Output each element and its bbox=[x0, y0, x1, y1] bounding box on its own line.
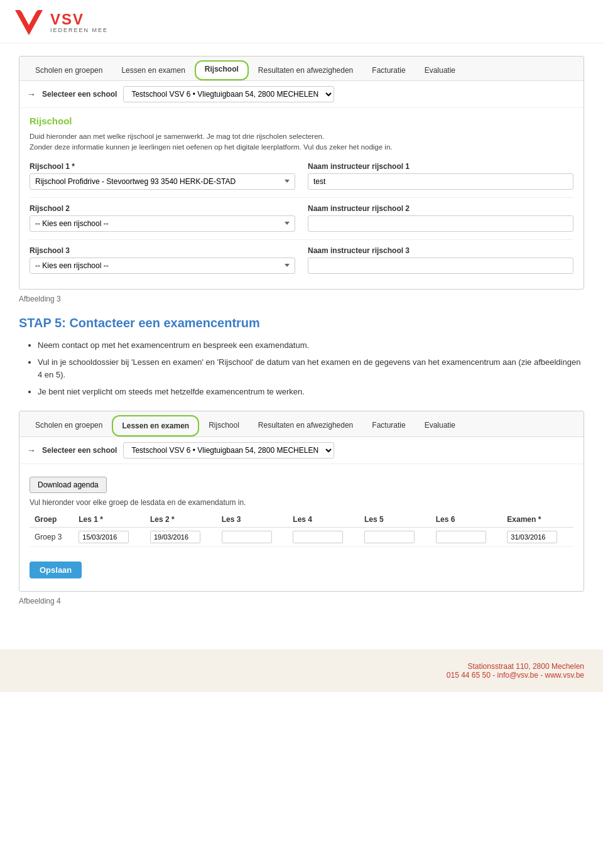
rijschool2-label: Rijschool 2 bbox=[30, 204, 295, 213]
footer-line2: 015 44 65 50 - info@vsv.be - www.vsv.be bbox=[19, 671, 584, 680]
tab2-rijschool[interactable]: Rijschool bbox=[199, 415, 249, 437]
step5-heading: STAP 5: Contacteer een examencentrum bbox=[19, 316, 584, 330]
logo-vsv: VSV bbox=[50, 11, 108, 28]
les6-input[interactable] bbox=[436, 531, 486, 543]
les1-input[interactable] bbox=[79, 531, 129, 543]
les5-input[interactable] bbox=[364, 531, 415, 543]
rijschool1-label: Rijschool 1 * bbox=[30, 162, 295, 171]
les2-input[interactable] bbox=[150, 531, 200, 543]
rijschool2-select[interactable]: -- Kies een rijschool -- bbox=[30, 215, 295, 232]
tab-scholen-groepen[interactable]: Scholen en groepen bbox=[26, 60, 112, 80]
instructor1-label: Naam instructeur rijschool 1 bbox=[308, 162, 573, 171]
footer: Stationsstraat 110, 2800 Mechelen 015 44… bbox=[0, 649, 603, 692]
rijschool2-col: Rijschool 2 -- Kies een rijschool -- bbox=[30, 204, 295, 232]
vsv-logo-icon bbox=[13, 8, 45, 38]
col-les3: Les 3 bbox=[217, 512, 288, 528]
logo-subtitle: IEDEREEN MEE bbox=[50, 28, 108, 34]
school-dropdown-2[interactable]: Testschool VSV 6 • Vliegtuigbaan 54, 280… bbox=[123, 442, 334, 458]
divider-1 bbox=[30, 197, 573, 198]
col-les4: Les 4 bbox=[288, 512, 359, 528]
tab-facturatie[interactable]: Facturatie bbox=[362, 60, 415, 80]
les-table: Groep Les 1 * Les 2 * Les 3 Les 4 Les 5 … bbox=[30, 512, 573, 547]
instructor3-label: Naam instructeur rijschool 3 bbox=[308, 246, 573, 255]
les3-input[interactable] bbox=[222, 531, 272, 543]
caption-2: Afbeelding 4 bbox=[19, 597, 584, 605]
nav-tabs-2: Scholen en groepen Lessen en examen Rijs… bbox=[19, 411, 584, 437]
svg-marker-2 bbox=[16, 11, 41, 34]
rijschool3-label: Rijschool 3 bbox=[30, 246, 295, 255]
cell-examen bbox=[502, 527, 573, 546]
bullet-3: Je bent niet verplicht om steeds met het… bbox=[38, 386, 584, 398]
col-examen: Examen * bbox=[502, 512, 573, 528]
tab2-scholen-groepen[interactable]: Scholen en groepen bbox=[26, 415, 112, 437]
col-les6: Les 6 bbox=[431, 512, 503, 528]
rijschool1-row: Rijschool 1 * Rijschool Profidrive - Ste… bbox=[30, 162, 573, 190]
school-dropdown-1[interactable]: Testschool VSV 6 • Vliegtuigbaan 54, 280… bbox=[123, 86, 334, 102]
col-les2: Les 2 * bbox=[145, 512, 217, 528]
select-school-row-2: → Selecteer een school Testschool VSV 6 … bbox=[19, 437, 584, 464]
main-content: Scholen en groepen Lessen en examen Rijs… bbox=[0, 43, 603, 631]
desc-line2: Zonder deze informatie kunnen je leerlin… bbox=[30, 143, 393, 151]
tab2-facturatie[interactable]: Facturatie bbox=[362, 415, 415, 437]
table-header-row: Groep Les 1 * Les 2 * Les 3 Les 4 Les 5 … bbox=[30, 512, 573, 528]
download-agenda-button[interactable]: Download agenda bbox=[30, 477, 107, 493]
form-area-2: Download agenda Vul hieronder voor elke … bbox=[19, 464, 584, 591]
footer-line1: Stationsstraat 110, 2800 Mechelen bbox=[19, 662, 584, 671]
rijschool-section-title: Rijschool bbox=[30, 116, 573, 126]
caption-1: Afbeelding 3 bbox=[19, 295, 584, 303]
bullet-2: Vul in je schooldossier bij 'Lessen en e… bbox=[38, 356, 584, 381]
tab-evaluatie[interactable]: Evaluatie bbox=[415, 60, 465, 80]
col-les1: Les 1 * bbox=[73, 512, 145, 528]
divider-2 bbox=[30, 239, 573, 240]
examen-input[interactable] bbox=[507, 531, 557, 543]
bullet-1: Neem contact op met het examencentrum en… bbox=[38, 339, 584, 352]
rijschool2-row: Rijschool 2 -- Kies een rijschool -- Naa… bbox=[30, 204, 573, 232]
select-school-label-1: Selecteer een school bbox=[42, 90, 117, 99]
table-body: Groep 3 bbox=[30, 527, 573, 546]
opslaan-button[interactable]: Opslaan bbox=[30, 561, 82, 578]
instructor2-label: Naam instructeur rijschool 2 bbox=[308, 204, 573, 213]
nav-tabs-1: Scholen en groepen Lessen en examen Rijs… bbox=[19, 57, 584, 81]
select-school-row-1: → Selecteer een school Testschool VSV 6 … bbox=[19, 81, 584, 108]
col-les5: Les 5 bbox=[359, 512, 431, 528]
select-school-label-2: Selecteer een school bbox=[42, 446, 117, 455]
instructor3-col: Naam instructeur rijschool 3 bbox=[308, 246, 573, 274]
rijschool3-row: Rijschool 3 -- Kies een rijschool -- Naa… bbox=[30, 246, 573, 274]
instructor2-col: Naam instructeur rijschool 2 bbox=[308, 204, 573, 232]
form-area-1: Rijschool Duid hieronder aan met welke r… bbox=[19, 108, 584, 289]
tab2-resultaten[interactable]: Resultaten en afwezigheden bbox=[249, 415, 362, 437]
cell-les2 bbox=[145, 527, 217, 546]
cell-les1 bbox=[73, 527, 145, 546]
screenshot-box-1: Scholen en groepen Lessen en examen Rijs… bbox=[19, 56, 584, 290]
screenshot-box-2: Scholen en groepen Lessen en examen Rijs… bbox=[19, 411, 584, 592]
tab2-lessen-examen[interactable]: Lessen en examen bbox=[112, 415, 199, 437]
instructor3-input[interactable] bbox=[308, 258, 573, 274]
cell-les5 bbox=[359, 527, 431, 546]
rijschool3-select[interactable]: -- Kies een rijschool -- bbox=[30, 258, 295, 274]
arrow-icon-2: → bbox=[27, 445, 36, 455]
rijschool1-col: Rijschool 1 * Rijschool Profidrive - Ste… bbox=[30, 162, 295, 190]
rijschool1-select[interactable]: Rijschool Profidrive - Stevoortweg 93 35… bbox=[30, 173, 295, 190]
instructor1-input[interactable] bbox=[308, 173, 573, 190]
rijschool3-col: Rijschool 3 -- Kies een rijschool -- bbox=[30, 246, 295, 274]
les4-input[interactable] bbox=[293, 531, 343, 543]
instructor2-input[interactable] bbox=[308, 215, 573, 232]
arrow-icon-1: → bbox=[27, 89, 36, 99]
description-text-1: Duid hieronder aan met welke rijschool j… bbox=[30, 131, 573, 153]
logo-area: VSV IEDEREEN MEE bbox=[13, 8, 590, 38]
table-header: Groep Les 1 * Les 2 * Les 3 Les 4 Les 5 … bbox=[30, 512, 573, 528]
tab2-evaluatie[interactable]: Evaluatie bbox=[415, 415, 465, 437]
step5-bullets: Neem contact op met het examencentrum en… bbox=[19, 339, 584, 398]
desc-line1: Duid hieronder aan met welke rijschool j… bbox=[30, 133, 324, 140]
logo-text: VSV IEDEREEN MEE bbox=[50, 11, 108, 34]
cell-les6 bbox=[431, 527, 503, 546]
vul-text: Vul hieronder voor elke groep de lesdata… bbox=[30, 498, 573, 507]
tab-rijschool[interactable]: Rijschool bbox=[195, 60, 249, 80]
tab-lessen-examen[interactable]: Lessen en examen bbox=[112, 60, 194, 80]
cell-les3 bbox=[217, 527, 288, 546]
instructor1-col: Naam instructeur rijschool 1 bbox=[308, 162, 573, 190]
tab-resultaten[interactable]: Resultaten en afwezigheden bbox=[249, 60, 362, 80]
table-row: Groep 3 bbox=[30, 527, 573, 546]
col-groep: Groep bbox=[30, 512, 73, 528]
cell-les4 bbox=[288, 527, 359, 546]
